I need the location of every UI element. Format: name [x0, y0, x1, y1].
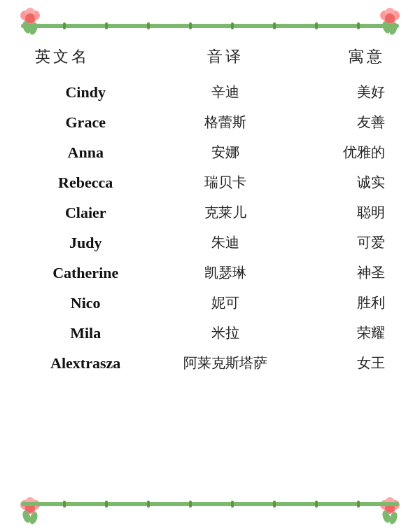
cell-meaning: 可爱 [301, 228, 399, 258]
cell-english: Nico [21, 288, 150, 318]
cell-meaning: 荣耀 [301, 318, 399, 348]
svg-rect-33 [231, 22, 234, 29]
table-header: 英文名 音译 寓意 [21, 39, 399, 77]
table-row: Catherine凯瑟琳神圣 [21, 258, 399, 288]
svg-rect-34 [273, 22, 276, 29]
table-row: Nico妮可胜利 [21, 288, 399, 318]
cell-english: Catherine [21, 258, 150, 288]
table-row: Cindy辛迪美好 [21, 77, 399, 107]
cell-phonetic: 瑞贝卡 [150, 167, 301, 197]
table-row: Mila米拉荣耀 [21, 318, 399, 348]
cell-english: Alextrasza [21, 348, 150, 378]
cell-meaning: 神圣 [301, 258, 399, 288]
svg-rect-44 [315, 501, 318, 508]
cell-phonetic: 朱迪 [150, 228, 301, 258]
header-phonetic: 音译 [150, 39, 301, 77]
cell-english: Anna [21, 137, 150, 167]
cell-english: Cindy [21, 77, 150, 107]
svg-rect-32 [189, 22, 192, 29]
svg-rect-42 [231, 501, 234, 508]
border-bottom [21, 498, 399, 510]
cell-phonetic: 辛迪 [150, 77, 301, 107]
table-row: Claier克莱儿聪明 [21, 197, 399, 228]
svg-rect-31 [147, 22, 150, 29]
cell-meaning: 胜利 [301, 288, 399, 318]
cell-phonetic: 米拉 [150, 318, 301, 348]
svg-rect-30 [105, 22, 108, 29]
header-english: 英文名 [21, 39, 150, 77]
cell-english: Grace [21, 107, 150, 137]
svg-rect-37 [21, 502, 399, 506]
table-row: Alextrasza阿莱克斯塔萨女王 [21, 348, 399, 378]
svg-rect-38 [63, 501, 66, 508]
page-container: 英文名 音译 寓意 Cindy辛迪美好Grace格蕾斯友善Anna安娜优雅的Re… [0, 0, 420, 530]
cell-phonetic: 妮可 [150, 288, 301, 318]
table-row: Grace格蕾斯友善 [21, 107, 399, 137]
cell-meaning: 女王 [301, 348, 399, 378]
cell-phonetic: 安娜 [150, 137, 301, 167]
table-row: Judy朱迪可爱 [21, 228, 399, 258]
table-row: Rebecca瑞贝卡诚实 [21, 167, 399, 197]
svg-rect-36 [357, 22, 360, 29]
cell-meaning: 聪明 [301, 197, 399, 228]
cell-phonetic: 阿莱克斯塔萨 [150, 348, 301, 378]
svg-rect-41 [189, 501, 192, 508]
header-meaning: 寓意 [301, 39, 399, 77]
svg-rect-35 [315, 22, 318, 29]
svg-rect-28 [21, 24, 399, 28]
cell-english: Rebecca [21, 167, 150, 197]
names-table: 英文名 音译 寓意 Cindy辛迪美好Grace格蕾斯友善Anna安娜优雅的Re… [21, 39, 399, 378]
cell-phonetic: 格蕾斯 [150, 107, 301, 137]
svg-rect-45 [357, 501, 360, 508]
cell-english: Claier [21, 197, 150, 228]
cell-phonetic: 克莱儿 [150, 197, 301, 228]
cell-english: Judy [21, 228, 150, 258]
svg-rect-29 [63, 22, 66, 29]
table-row: Anna安娜优雅的 [21, 137, 399, 167]
border-top [21, 20, 399, 32]
cell-phonetic: 凯瑟琳 [150, 258, 301, 288]
cell-meaning: 美好 [301, 77, 399, 107]
cell-meaning: 诚实 [301, 167, 399, 197]
svg-rect-39 [105, 501, 108, 508]
cell-meaning: 友善 [301, 107, 399, 137]
svg-rect-43 [273, 501, 276, 508]
cell-english: Mila [21, 318, 150, 348]
cell-meaning: 优雅的 [301, 137, 399, 167]
svg-rect-40 [147, 501, 150, 508]
